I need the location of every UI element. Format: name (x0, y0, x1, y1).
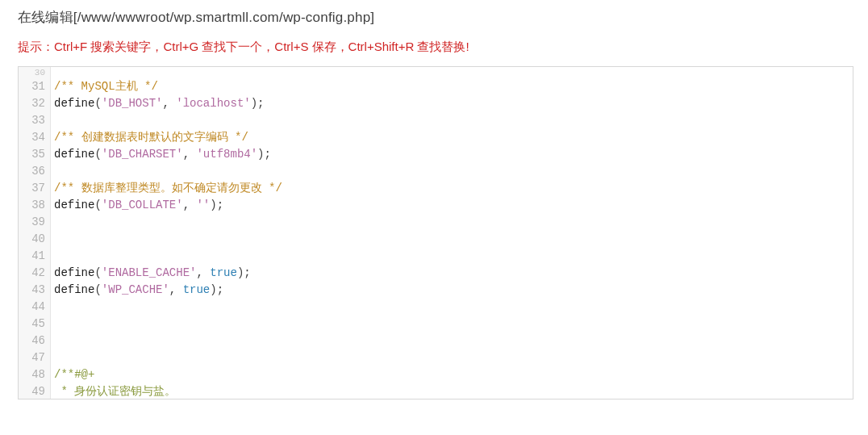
line-number: 43 (27, 282, 45, 299)
code-line[interactable] (54, 214, 853, 231)
line-number: 45 (27, 316, 45, 333)
line-number: 31 (27, 78, 45, 95)
line-number: 46 (27, 333, 45, 349)
line-number: 32 (27, 95, 45, 112)
line-number: 40 (27, 231, 45, 248)
token-punct: ( (94, 97, 101, 110)
token-function: define (54, 283, 94, 296)
token-string: 'DB_COLLATE' (102, 199, 183, 211)
token-string: 'WP_CACHE' (102, 283, 169, 296)
token-string: 'DB_HOST' (102, 97, 163, 110)
line-number: 41 (27, 248, 45, 265)
token-punct: ); (210, 283, 223, 296)
code-area[interactable]: /** MySQL主机 */ define('DB_HOST', 'localh… (51, 67, 853, 399)
code-line[interactable]: /** 创建数据表时默认的文字编码 */ (54, 129, 853, 146)
token-punct: ); (251, 97, 265, 110)
token-function: define (54, 97, 94, 110)
token-punct: , (183, 148, 197, 161)
keyboard-hint: 提示：Ctrl+F 搜索关键字，Ctrl+G 查找下一个，Ctrl+S 保存，C… (0, 38, 868, 66)
token-punct: ); (210, 199, 223, 211)
line-number-gutter: 30 31 32 33 34 35 36 37 38 39 40 41 42 4… (19, 67, 51, 399)
token-punct: , (162, 97, 176, 110)
token-punct: ); (257, 148, 271, 161)
comment: /** 创建数据表时默认的文字编码 */ (54, 131, 248, 144)
docblock: /**#@+ (54, 368, 94, 381)
line-number: 33 (27, 112, 45, 129)
code-line[interactable] (54, 333, 853, 349)
token-punct: ( (94, 266, 101, 279)
code-line[interactable]: define('DB_CHARSET', 'utf8mb4'); (54, 146, 853, 163)
line-number: 30 (27, 67, 45, 78)
code-line[interactable]: define('DB_COLLATE', ''); (54, 197, 853, 214)
token-string: 'DB_CHARSET' (102, 148, 183, 161)
token-punct: , (196, 266, 210, 279)
code-line[interactable]: /** MySQL主机 */ (54, 78, 853, 95)
line-number: 48 (27, 366, 45, 383)
line-number: 38 (27, 197, 45, 214)
token-string: 'ENABLE_CACHE' (102, 266, 197, 279)
code-line[interactable]: define('ENABLE_CACHE', true); (54, 265, 853, 282)
token-punct: ( (94, 199, 101, 211)
token-punct: ( (94, 148, 101, 161)
line-number: 36 (27, 163, 45, 180)
line-number: 47 (27, 349, 45, 366)
comment: /** MySQL主机 */ (54, 80, 158, 93)
docblock: * 身份认证密钥与盐。 (54, 385, 176, 398)
code-line[interactable]: define('WP_CACHE', true); (54, 282, 853, 299)
token-function: define (54, 148, 94, 161)
code-line[interactable] (54, 67, 853, 78)
token-string: '' (196, 199, 210, 211)
code-line[interactable] (54, 231, 853, 248)
code-line[interactable] (54, 112, 853, 129)
comment: /** 数据库整理类型。如不确定请勿更改 */ (54, 182, 282, 194)
line-number: 49 (27, 383, 45, 399)
line-number: 35 (27, 146, 45, 163)
token-punct: , (169, 283, 183, 296)
line-number: 42 (27, 265, 45, 282)
code-line[interactable] (54, 316, 853, 333)
token-string: 'utf8mb4' (196, 148, 257, 161)
line-number: 37 (27, 180, 45, 197)
token-function: define (54, 266, 94, 279)
line-number: 39 (27, 214, 45, 231)
code-line[interactable] (54, 248, 853, 265)
window-title: 在线编辑[/www/wwwroot/wp.smartmll.com/wp-con… (0, 0, 868, 38)
line-number: 34 (27, 129, 45, 146)
code-line[interactable]: * 身份认证密钥与盐。 (54, 383, 853, 399)
token-punct: , (183, 199, 197, 211)
code-editor[interactable]: 30 31 32 33 34 35 36 37 38 39 40 41 42 4… (18, 66, 853, 399)
code-line[interactable] (54, 349, 853, 366)
code-line[interactable]: /** 数据库整理类型。如不确定请勿更改 */ (54, 180, 853, 197)
token-string: 'localhost' (176, 97, 250, 110)
code-line[interactable]: /**#@+ (54, 366, 853, 383)
token-function: define (54, 199, 94, 211)
token-keyword: true (183, 283, 211, 296)
line-number: 44 (27, 299, 45, 316)
token-punct: ( (94, 283, 101, 296)
token-keyword: true (210, 266, 237, 279)
token-punct: ); (237, 266, 251, 279)
code-line[interactable] (54, 299, 853, 316)
code-line[interactable]: define('DB_HOST', 'localhost'); (54, 95, 853, 112)
code-line[interactable] (54, 163, 853, 180)
